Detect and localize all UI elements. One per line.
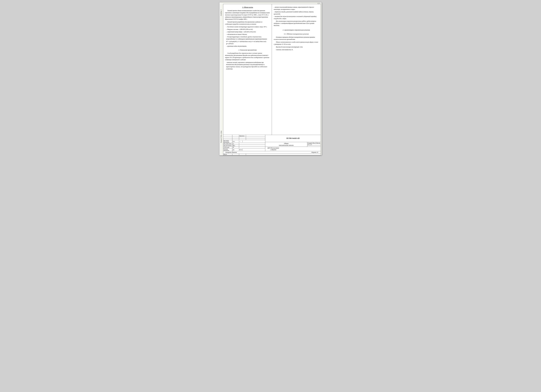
- list-item-1: – Расчётная зимняя температура наружного…: [225, 26, 270, 28]
- inv-empty3: [246, 154, 321, 155]
- side-label-podp: Подп. и дата: [220, 131, 222, 137]
- list-r1: – мелких сельскохозяйственных машин, опр…: [274, 6, 319, 10]
- para3: Склад разработан для строительства в сос…: [225, 52, 270, 61]
- stadia-header-row: Стадия Лист Листов: [307, 142, 321, 144]
- section1-title: 1. Общая часть: [225, 6, 270, 9]
- col-left: 1. Общая часть Типовой проект здания нео…: [223, 4, 272, 135]
- list-item-5: – Рельеф территории–спокойный; грунты не…: [225, 36, 270, 40]
- blank-row1: [223, 137, 265, 138]
- list-item-6: – грунтовые воды отсутствуют.: [225, 45, 270, 47]
- sig-row-5: Н.контр. Антонычев Дм- 07л11: [223, 148, 265, 151]
- para-r3: Здание неотапливаемого склада имеет прям…: [274, 41, 319, 45]
- stadia-val: Р: [307, 144, 309, 145]
- listov-label: Листов: [316, 142, 321, 144]
- list-val: 1: [309, 144, 311, 145]
- listov-val: 6: [311, 144, 312, 145]
- sig-row-2: Нач.отдп Тугай ул-: [223, 143, 265, 145]
- album-label: Альбом 1: [219, 6, 223, 19]
- format-label: Формат А3: [312, 152, 318, 153]
- inv-empty1: [232, 154, 239, 155]
- list-r2: – термосов, посуды, различной складной м…: [274, 11, 319, 15]
- priviazat-empty3: [246, 135, 265, 137]
- stadia-values-row: Р 1 6: [307, 144, 321, 146]
- stadia-label: Стадия: [307, 142, 312, 144]
- section31-title: 3.1. Объёмно-планировочные решения: [274, 33, 319, 35]
- inv-row: Инв.№: [223, 154, 321, 155]
- org-name: ЦИТЭПсельхозпром г. Иваново: [265, 147, 281, 151]
- para-r1: Для механизации погрузочно-разгрузочных …: [274, 20, 319, 26]
- side-label-razmer: Размнm.№: [220, 137, 222, 143]
- priviazat-row: Привязан: [223, 135, 265, 137]
- blank-row2: [223, 138, 265, 140]
- section3-title: 3. Архитектурно-строительные решения: [274, 29, 319, 31]
- list-item-4: – сейсмичность не выше 6 баллов;: [225, 33, 270, 36]
- para-r2: Основные принципы объёмно-планировочного…: [274, 36, 319, 41]
- project-number: ТП 709-9-46.85–ПЗ: [265, 135, 321, 142]
- stadia-block: Стадия Лист Листов Р 1 6: [307, 142, 321, 147]
- title-mid: Общая пояснительная записка Стадия Лист …: [265, 142, 321, 147]
- list-item-2: – Нагрузка снеговая – 0,98 кПА (100 кгс/…: [225, 28, 270, 31]
- inv-empty2: [239, 154, 246, 155]
- org-row: ЦИТЭПсельхозпром г. Иваново: [265, 147, 321, 151]
- para-r4: Высота до низа несущих конструкций–3,6м.: [274, 46, 319, 48]
- formula-line: Ψᴴ= 0,49 рад(28°); С=2кПА(0,02кгс/см²); …: [225, 41, 270, 45]
- sig-row-4: ГУП Глезин 78: [223, 146, 265, 148]
- inv-label: Инв.№: [223, 154, 232, 155]
- copy-label: Копировал Иванова: [225, 152, 237, 153]
- priviazat-empty1: [223, 135, 232, 137]
- title-text: Общая пояснительная записка: [265, 142, 307, 147]
- list-label: Лист: [312, 142, 316, 144]
- side-labels: Подп. и дата Размнm.№: [219, 82, 223, 144]
- big-right: ТП 709-9-46.85–ПЗ Общая пояснительная за…: [265, 135, 321, 151]
- content-inner: 1. Общая часть Типовой проект здания нео…: [223, 4, 321, 135]
- stamp-area: Привязан Нач.отд|: [223, 135, 265, 151]
- list-item-3: – скоростной напор ветра – 0,26 кПА (27к…: [225, 31, 270, 33]
- para2: Типовой проект разработан для применения…: [225, 21, 270, 25]
- copy-line: Копировал Иванова Формат А3: [223, 151, 321, 154]
- list-r3: – палаток для жилья (используемых в посе…: [274, 16, 319, 20]
- sig-row-3: Нач.отд. Кутин Фруᵥ: [223, 145, 265, 146]
- col-right: – мелких сельскохозяйственных машин, опр…: [272, 4, 321, 135]
- bottom-block: Привязан Нач.отд|: [223, 135, 321, 151]
- priviazat-label: Привязан: [239, 135, 246, 137]
- para-r5: Степень огнестойкости–II.: [274, 49, 319, 51]
- priviazat-empty2: [232, 135, 239, 137]
- sig-row-1: Нач.отд|А Виноградов Гр-ч →: [223, 140, 265, 143]
- page-wrapper: 3 Альбом 1 Подп. и дата Размнm.№ 1. Обща…: [219, 2, 322, 155]
- list-item-7: –запасных частей, агрегатов и материалов…: [225, 61, 270, 70]
- section2-title: 2. Технология производства: [225, 49, 270, 51]
- main-content: 1. Общая часть Типовой проект здания нео…: [223, 4, 321, 155]
- para1: Типовой проект здания неотапливаемого ск…: [225, 10, 270, 20]
